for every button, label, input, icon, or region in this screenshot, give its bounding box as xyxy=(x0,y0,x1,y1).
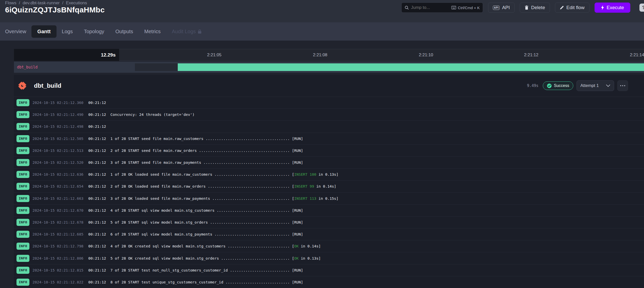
time-tick: 2:21:14 xyxy=(630,52,644,58)
tab-bar: Overview Gantt Logs Topology Outputs Met… xyxy=(0,22,644,41)
gantt-timeline-header: 12.29s 2:21:052:21:082:21:102:21:122:21:… xyxy=(14,49,644,61)
log-timestamp: 2024-10-15 02:21:12.806 xyxy=(32,256,84,260)
log-timestamp: 2024-10-15 02:21:12.498 xyxy=(32,124,84,129)
breadcrumb: Flows/dev.dbt-task-runner/Executions xyxy=(5,1,87,6)
log-level-badge: INFO xyxy=(16,219,29,226)
jump-to-search[interactable]: Ctrl/Cmd + K xyxy=(401,3,483,13)
edit-flow-button[interactable]: Edit flow xyxy=(555,3,589,13)
log-level-badge: INFO xyxy=(16,255,29,262)
api-icon: API xyxy=(493,6,499,10)
log-timestamp: 2024-10-15 02:21:12.520 xyxy=(32,160,84,165)
log-status-green: INSERT 113 xyxy=(294,196,316,201)
log-row[interactable]: INFO 2024-10-15 02:21:12.670 00:21:12 4 … xyxy=(14,204,644,216)
log-status-green: INSERT 100 xyxy=(294,172,316,176)
log-timestamp: 2024-10-15 02:21:12.636 xyxy=(32,172,84,176)
more-options-button[interactable] xyxy=(617,80,628,91)
log-message: 00:21:12 3 of 28 OK loaded seed file mai… xyxy=(88,196,338,201)
log-status-green: OK xyxy=(294,256,298,260)
attempt-dropdown[interactable]: Attempt 1 xyxy=(577,80,614,91)
log-message: 00:21:12 5 of 28 START sql view model ma… xyxy=(88,220,303,224)
log-level-badge: INFO xyxy=(16,135,29,142)
help-button[interactable]: ? xyxy=(639,4,644,12)
log-row[interactable]: INFO 2024-10-15 02:21:12.822 00:21:12 8 … xyxy=(14,276,644,288)
log-level-badge: INFO xyxy=(16,171,29,178)
log-row[interactable]: INFO 2024-10-15 02:21:12.798 00:21:12 4 … xyxy=(14,240,644,252)
tab-label: Overview xyxy=(5,29,26,34)
tab-label: Topology xyxy=(84,29,104,34)
gantt-task-row[interactable]: dbt_build xyxy=(14,62,644,73)
log-list: INFO 2024-10-15 02:21:12.360 00:21:12 IN… xyxy=(14,97,644,288)
log-timestamp: 2024-10-15 02:21:12.798 xyxy=(32,244,84,248)
log-timestamp: 2024-10-15 02:21:12.513 xyxy=(32,149,84,153)
gantt-bar-success[interactable] xyxy=(178,63,644,71)
log-message: 00:21:12 Concurrency: 24 threads (target… xyxy=(88,113,194,117)
dbt-logo-icon xyxy=(17,81,27,91)
tab-gantt[interactable]: Gantt xyxy=(31,25,56,38)
log-timestamp: 2024-10-15 02:21:12.490 xyxy=(32,113,84,117)
log-row[interactable]: INFO 2024-10-15 02:21:12.654 00:21:12 2 … xyxy=(14,180,644,192)
tab-outputs[interactable]: Outputs xyxy=(115,29,133,34)
log-row[interactable]: INFO 2024-10-15 02:21:12.513 00:21:12 2 … xyxy=(14,145,644,156)
log-message: 00:21:12 2 of 28 START seed file main.ra… xyxy=(88,149,303,153)
log-level-badge: INFO xyxy=(16,147,29,154)
log-row[interactable]: INFO 2024-10-15 02:21:12.636 00:21:12 1 … xyxy=(14,168,644,180)
gantt-duration-box: 12.29s xyxy=(14,49,119,61)
tab-topology[interactable]: Topology xyxy=(84,29,104,34)
search-input[interactable] xyxy=(411,5,449,10)
log-row[interactable]: INFO 2024-10-15 02:21:12.490 00:21:12 Co… xyxy=(14,109,644,120)
log-timestamp: 2024-10-15 02:21:12.685 xyxy=(32,232,84,236)
log-timestamp: 2024-10-15 02:21:12.654 xyxy=(32,184,84,188)
time-tick: 2:21:10 xyxy=(419,52,433,58)
lightning-icon xyxy=(601,5,604,10)
execute-button[interactable]: Execute xyxy=(595,3,631,13)
api-button[interactable]: API API xyxy=(488,3,515,13)
search-shortcut: Ctrl/Cmd + K xyxy=(451,6,480,10)
log-message: 00:21:12 4 of 28 OK created sql view mod… xyxy=(88,244,321,248)
log-message: 00:21:12 8 of 28 START test unique_stg_c… xyxy=(88,280,303,284)
log-row[interactable]: INFO 2024-10-15 02:21:12.520 00:21:12 3 … xyxy=(14,156,644,168)
breadcrumb-separator: / xyxy=(62,1,63,6)
breadcrumb-item[interactable]: Executions xyxy=(66,1,87,6)
tab-audit-logs: Audit Logs xyxy=(172,29,202,34)
status-badge: Success xyxy=(543,81,573,90)
delete-button[interactable]: Delete xyxy=(520,3,550,13)
tab-logs[interactable]: Logs xyxy=(62,29,73,34)
log-status-green: OK xyxy=(294,244,298,248)
log-level-badge: INFO xyxy=(16,279,29,286)
keyboard-icon xyxy=(451,6,456,9)
ellipsis-icon xyxy=(620,85,625,86)
tab-overview[interactable]: Overview xyxy=(5,29,26,34)
chevron-down-icon xyxy=(606,84,610,87)
log-message: 00:21:12 xyxy=(88,101,106,105)
log-row[interactable]: INFO 2024-10-15 02:21:12.505 00:21:12 1 … xyxy=(14,133,644,145)
log-timestamp: 2024-10-15 02:21:12.815 xyxy=(32,268,84,272)
check-circle-icon xyxy=(547,83,552,88)
breadcrumb-item[interactable]: dev.dbt-task-runner xyxy=(23,1,60,6)
log-row[interactable]: INFO 2024-10-15 02:21:12.815 00:21:12 7 … xyxy=(14,264,644,276)
log-message: 00:21:12 1 of 28 START seed file main.ra… xyxy=(88,137,303,141)
topbar-actions: Ctrl/Cmd + K API API Delete Edit f xyxy=(401,3,630,13)
log-row[interactable]: INFO 2024-10-15 02:21:12.678 00:21:12 5 … xyxy=(14,216,644,228)
attempt-label: Attempt 1 xyxy=(580,83,599,88)
breadcrumb-item[interactable]: Flows xyxy=(5,1,16,6)
log-row[interactable]: INFO 2024-10-15 02:21:12.360 00:21:12 xyxy=(14,97,644,109)
tab-metrics[interactable]: Metrics xyxy=(144,29,160,34)
log-level-badge: INFO xyxy=(16,159,29,166)
gantt-bar-created[interactable] xyxy=(135,63,178,71)
log-level-badge: INFO xyxy=(16,207,29,214)
status-label: Success xyxy=(554,83,569,88)
tab-label: Logs xyxy=(62,29,73,34)
page-title: 6iQuiznZQJTJsBNfqaHMbc xyxy=(5,6,105,14)
log-level-badge: INFO xyxy=(16,99,29,106)
time-tick: 2:21:12 xyxy=(524,52,539,58)
log-row[interactable]: INFO 2024-10-15 02:21:12.498 00:21:12 xyxy=(14,120,644,132)
log-row[interactable]: INFO 2024-10-15 02:21:12.685 00:21:12 6 … xyxy=(14,228,644,240)
task-card-header: dbt_build 9.49s Success Attempt 1 xyxy=(14,75,644,97)
breadcrumb-separator: / xyxy=(19,1,20,6)
tab-label: Audit Logs xyxy=(172,29,196,34)
log-row[interactable]: INFO 2024-10-15 02:21:12.806 00:21:12 5 … xyxy=(14,252,644,264)
gantt-task-label: dbt_build xyxy=(17,65,38,69)
task-header-controls: 9.49s Success Attempt 1 xyxy=(527,80,628,91)
log-row[interactable]: INFO 2024-10-15 02:21:12.663 00:21:12 3 … xyxy=(14,192,644,204)
api-label: API xyxy=(502,5,510,10)
